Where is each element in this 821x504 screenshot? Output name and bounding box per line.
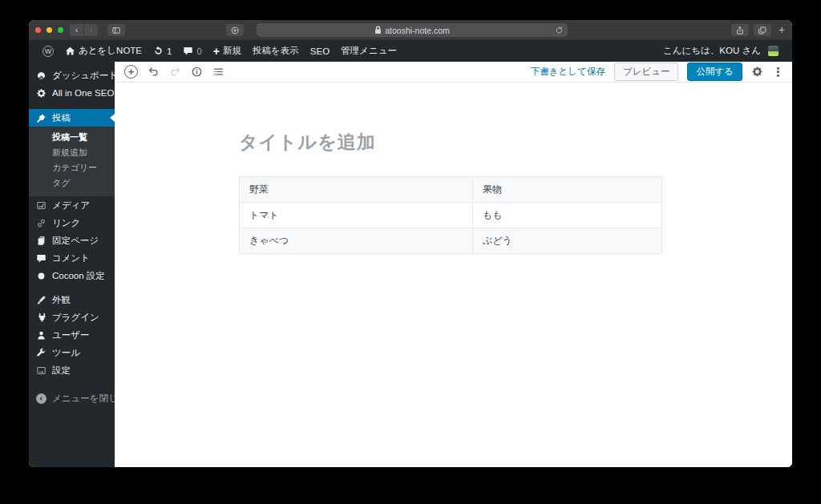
submenu-item-add-new[interactable]: 新規追加 [29, 145, 115, 160]
back-button[interactable]: ‹ [70, 24, 83, 36]
view-post-menu[interactable]: 投稿を表示 [247, 40, 305, 62]
window-body: ダッシュボード All in One SEO 投稿 投稿一覧 新規追加 カテゴリ… [29, 62, 792, 467]
submenu-item-categories[interactable]: カテゴリー [29, 160, 115, 175]
back-icon: ‹ [75, 26, 79, 34]
site-name-menu[interactable]: あとをしNOTE [59, 40, 148, 62]
table-block[interactable]: 野菜 果物 トマト もも きゃべつ ぶどう [239, 176, 662, 254]
new-tab-button[interactable]: + [776, 24, 787, 36]
block-navigation-button[interactable] [212, 66, 224, 78]
tabs-overview-button[interactable] [754, 24, 771, 36]
address-bar[interactable]: atooshi-note.com [257, 23, 568, 37]
sidebar-label: 投稿 [52, 112, 71, 124]
minimize-window-button[interactable] [47, 27, 52, 33]
sidebar-label: プラグイン [52, 312, 99, 324]
browser-right-tools: + [731, 24, 787, 36]
sidebar-item-cocoon-settings[interactable]: Cocoon 設定 [29, 267, 115, 284]
table-cell[interactable]: きゃべつ [240, 228, 473, 254]
table-cell[interactable]: もも [472, 203, 661, 228]
submenu-item-tags[interactable]: タグ [29, 175, 115, 191]
extension-button[interactable] [226, 24, 244, 36]
comments-count: 0 [196, 46, 201, 56]
updates-menu[interactable]: 1 [148, 40, 177, 62]
share-icon [735, 26, 745, 35]
wp-logo-menu[interactable]: W [37, 40, 59, 62]
sidebar-label: 固定ページ [52, 235, 99, 247]
sidebar-item-pages[interactable]: 固定ページ [29, 232, 115, 249]
table-cell[interactable]: ぶどう [472, 228, 661, 254]
preview-button[interactable]: プレビュー [614, 62, 679, 81]
sidebar-item-all-in-one-seo[interactable]: All in One SEO [29, 84, 115, 102]
sidebar-item-tools[interactable]: ツール [29, 344, 115, 361]
close-window-button[interactable] [35, 27, 41, 33]
sidebar-label: All in One SEO [52, 88, 114, 98]
reload-icon [555, 26, 564, 34]
redo-button[interactable] [169, 66, 181, 78]
greeting-text: こんにちは、KOU さん [663, 45, 761, 57]
undo-button[interactable] [148, 66, 160, 78]
table-row: トマト もも [240, 203, 662, 228]
more-options-button[interactable]: ⋮ [772, 66, 784, 78]
info-icon [191, 66, 203, 78]
comments-menu[interactable]: 0 [177, 40, 207, 62]
site-name: あとをしNOTE [79, 45, 142, 57]
collapse-arrow-icon [36, 393, 47, 404]
posts-submenu: 投稿一覧 新規追加 カテゴリー タグ [29, 127, 115, 196]
ellipsis-icon: ⋮ [772, 65, 784, 79]
post-title-input[interactable]: タイトルを追加 [239, 130, 662, 155]
user-icon [36, 330, 47, 341]
my-account-menu[interactable]: こんにちは、KOU さん [657, 40, 784, 62]
save-draft-button[interactable]: 下書きとして保存 [531, 66, 605, 78]
inserter-plus-icon: + [128, 67, 135, 77]
editor-header: + [115, 62, 792, 83]
sidebar-item-dashboard[interactable]: ダッシュボード [29, 67, 115, 84]
block-inserter-button[interactable]: + [124, 65, 138, 79]
screen: ‹ › atooshi-note.com [0, 0, 821, 504]
collapse-menu-button[interactable]: メニューを閉じる [29, 389, 115, 407]
table-row: きゃべつ ぶどう [240, 228, 662, 254]
editor-main: + [115, 62, 792, 467]
undo-icon [148, 66, 160, 78]
zoom-window-button[interactable] [58, 27, 63, 33]
sidebar-item-comments[interactable]: コメント [29, 249, 115, 267]
settings-sidebar-button[interactable] [751, 66, 763, 78]
outline-list-icon [212, 66, 224, 78]
forward-button[interactable]: › [84, 24, 98, 36]
sidebar-item-plugins[interactable]: プラグイン [29, 308, 115, 326]
sidebar-item-users[interactable]: ユーザー [29, 326, 115, 344]
redo-icon [169, 66, 181, 78]
sidebar-item-links[interactable]: リンク [29, 214, 115, 232]
editor-header-right: 下書きとして保存 プレビュー 公開する ⋮ [531, 62, 784, 81]
sidebar-item-settings[interactable]: 設定 [29, 361, 115, 379]
seo-label: SEO [310, 46, 330, 56]
publish-button[interactable]: 公開する [687, 62, 742, 81]
table-header-row: 野菜 果物 [240, 177, 662, 203]
content-structure-button[interactable] [191, 66, 203, 78]
reload-button[interactable] [555, 26, 564, 36]
lock-icon [374, 26, 382, 34]
forward-icon: › [90, 26, 93, 34]
sidebar-toggle-button[interactable] [107, 24, 125, 36]
admin-menu-label: 管理メニュー [341, 45, 397, 57]
new-content-menu[interactable]: + 新規 [208, 40, 247, 62]
wp-letter: W [45, 47, 52, 55]
url-text: atooshi-note.com [385, 26, 450, 35]
submenu-item-all-posts[interactable]: 投稿一覧 [29, 130, 115, 145]
sidebar-item-posts[interactable]: 投稿 [29, 109, 115, 127]
table-header-cell[interactable]: 果物 [472, 177, 661, 203]
sidebar-label: コメント [52, 252, 90, 264]
wp-admin-bar: W あとをしNOTE 1 0 + 新規 投稿を表示 SEO [29, 40, 792, 62]
dashboard-icon [36, 71, 47, 81]
admin-menu-menu[interactable]: 管理メニュー [335, 40, 402, 62]
table-cell[interactable]: トマト [240, 203, 473, 228]
post-content: タイトルを追加 野菜 果物 トマト もも [239, 130, 662, 254]
sidebar-item-media[interactable]: メディア [29, 196, 115, 214]
browser-window: ‹ › atooshi-note.com [29, 20, 792, 467]
wp-sidebar-menu: ダッシュボード All in One SEO 投稿 投稿一覧 新規追加 カテゴリ… [29, 62, 115, 467]
extension-icon [230, 26, 240, 35]
seo-menu[interactable]: SEO [305, 40, 335, 62]
table-header-cell[interactable]: 野菜 [240, 177, 473, 203]
sidebar-item-appearance[interactable]: 外観 [29, 291, 115, 308]
share-button[interactable] [731, 24, 749, 36]
pushpin-icon [36, 113, 47, 123]
editor-canvas[interactable]: タイトルを追加 野菜 果物 トマト もも [115, 83, 792, 467]
